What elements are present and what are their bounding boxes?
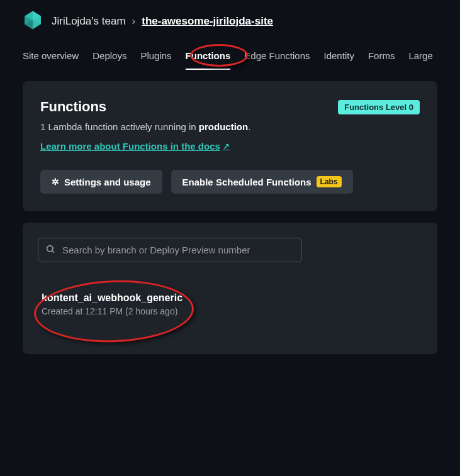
learn-more-link[interactable]: Learn more about Functions in the docs ↗ xyxy=(40,141,230,152)
count-prefix: 1 Lambda function actively running in xyxy=(40,121,199,132)
settings-and-usage-button[interactable]: ✲ Settings and usage xyxy=(40,170,162,194)
breadcrumb-site[interactable]: the-awesome-jirilojda-site xyxy=(142,15,273,28)
netlify-logo-icon xyxy=(23,10,43,33)
function-created-at: Created at 12:11 PM (2 hours ago) xyxy=(42,306,422,316)
learn-link-text: Learn more about Functions in the docs xyxy=(40,141,220,152)
tab-large[interactable]: Large xyxy=(408,50,432,70)
scheduled-btn-label: Enable Scheduled Functions xyxy=(182,177,311,187)
search-input[interactable] xyxy=(38,238,302,262)
env-label: production xyxy=(199,121,248,132)
tab-forms[interactable]: Forms xyxy=(368,50,395,70)
breadcrumb: JiriLojda's team › the-awesome-jirilojda… xyxy=(52,15,273,28)
breadcrumb-team[interactable]: JiriLojda's team xyxy=(52,15,126,28)
functions-list-card: kontent_ai_webhook_generic Created at 12… xyxy=(23,223,437,354)
function-list-item[interactable]: kontent_ai_webhook_generic Created at 12… xyxy=(42,292,422,316)
tab-site-overview[interactable]: Site overview xyxy=(23,50,79,70)
enable-scheduled-functions-button[interactable]: Enable Scheduled Functions Labs xyxy=(171,170,353,194)
tab-functions[interactable]: Functions xyxy=(186,50,231,70)
gear-icon: ✲ xyxy=(52,177,59,187)
labs-badge: Labs xyxy=(317,176,342,187)
functions-level-badge[interactable]: Functions Level 0 xyxy=(338,100,420,114)
site-tabs: Site overview Deploys Plugins Functions … xyxy=(0,38,460,70)
svg-line-6 xyxy=(52,251,54,253)
external-link-icon: ↗ xyxy=(223,141,230,151)
search-icon xyxy=(45,244,55,257)
period: . xyxy=(248,121,250,132)
functions-summary-card: Functions Functions Level 0 1 Lambda fun… xyxy=(23,81,437,211)
chevron-right-icon: › xyxy=(132,15,136,28)
tab-deploys[interactable]: Deploys xyxy=(93,50,126,70)
page-title: Functions xyxy=(40,99,106,115)
svg-point-5 xyxy=(47,245,53,251)
tab-edge-functions[interactable]: Edge Functions xyxy=(244,50,310,70)
tab-plugins[interactable]: Plugins xyxy=(140,50,171,70)
function-name: kontent_ai_webhook_generic xyxy=(42,292,422,304)
settings-btn-label: Settings and usage xyxy=(64,177,151,187)
functions-count-text: 1 Lambda function actively running in pr… xyxy=(40,121,420,132)
tab-identity[interactable]: Identity xyxy=(324,50,354,70)
